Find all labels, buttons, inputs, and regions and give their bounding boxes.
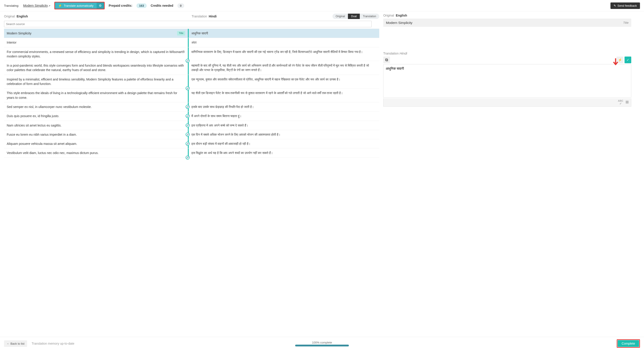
- view-dual-tab[interactable]: Dual: [348, 14, 360, 19]
- target-text: एक दिन में सबसे अधिक भोजन करने के लिए आप…: [188, 130, 379, 139]
- prepaid-credits-label: Prepaid credits:: [109, 4, 132, 7]
- target-text: इस दौरान बड़ी संख्या में वाहनों की आवाजा…: [188, 139, 379, 148]
- bolt-icon: ⚡: [58, 4, 62, 7]
- credits-needed-value: 0: [177, 3, 184, 8]
- source-text: Inspired by a minimalist, efficient and …: [7, 77, 185, 86]
- segment-row[interactable]: Aliquam posuere vehicula massa sit amet …: [4, 139, 379, 148]
- link-icon[interactable]: 🔗: [186, 105, 190, 109]
- source-text: Modern Simplicity: [7, 31, 175, 35]
- segment-row[interactable]: In a post-pandemic world, this style con…: [4, 61, 379, 75]
- segment-row[interactable]: Interiorअंदर: [4, 38, 379, 47]
- prepaid-credits-value: 163: [136, 3, 147, 8]
- link-icon[interactable]: 🔗: [186, 142, 190, 146]
- target-text: इसके बाद उसके साथ छेड़छाड़ की स्थिति पैद…: [188, 102, 379, 111]
- translate-auto-button[interactable]: ⚡ Translate automatically: [55, 2, 96, 9]
- send-feedback-label: Send feedback: [618, 4, 637, 7]
- translate-auto-label: Translate automatically: [64, 4, 94, 7]
- gear-icon: ⚙: [99, 4, 102, 7]
- segment-row[interactable]: This style embraces the ideals of living…: [4, 88, 379, 102]
- link-icon[interactable]: 🔗: [186, 86, 190, 90]
- target-text: आधुनिक सादगी: [188, 29, 379, 38]
- target-text: वाणिज्यिक वातावरण के लिए, डिजाइन में दक्…: [188, 47, 379, 61]
- spellcheck-button[interactable]: ABC✓: [618, 100, 623, 105]
- segment-row[interactable]: Inspired by a minimalist, efficient and …: [4, 75, 379, 89]
- external-link-icon: ↗: [48, 4, 50, 7]
- credits-needed-label: Credits needed: [151, 4, 173, 7]
- source-text: Duis quis posuere ex, id fringilla justo…: [7, 114, 185, 118]
- view-translation-tab[interactable]: Translation: [360, 14, 379, 19]
- source-text: Nam ultricies sit amet lectus eu sagitti…: [7, 123, 185, 128]
- source-text: This style embraces the ideals of living…: [7, 91, 185, 100]
- translation-footer-tools: ABC✓ ▦: [383, 98, 631, 107]
- pencil-icon: ✎: [614, 4, 616, 7]
- source-text: Vestibulum velit diam, luctus nec odio n…: [7, 151, 185, 155]
- source-text: Sed semper ex nisl, in ullamcorper nunc …: [7, 105, 185, 109]
- detail-pane: Original English Modern Simplicity Title…: [383, 14, 631, 337]
- main-area: Original English Translation Hindi Origi…: [0, 11, 644, 337]
- translating-label: Translating:: [4, 4, 19, 7]
- copy-source-button[interactable]: [383, 56, 390, 63]
- view-mode-toggle: Original Dual Translation: [332, 14, 379, 19]
- target-text: इस सिद्धांत का अर्थ यह है कि आप अपने शब्…: [188, 148, 379, 157]
- check-icon: ✓: [626, 58, 629, 62]
- svg-rect-0: [386, 59, 387, 60]
- title-badge: Title: [177, 31, 185, 35]
- glossary-button[interactable]: ▦: [626, 100, 629, 105]
- segment-row[interactable]: Modern SimplicityTitleआधुनिक सादगी: [4, 29, 379, 38]
- dual-pane-headers: Original English Translation Hindi Origi…: [4, 14, 379, 19]
- translation-input[interactable]: [383, 64, 631, 98]
- link-icon[interactable]: 🔗: [186, 114, 190, 118]
- title-badge: Title: [623, 21, 628, 24]
- view-original-tab[interactable]: Original: [332, 14, 348, 19]
- arrow-annotation-icon: [613, 58, 618, 66]
- segment-row[interactable]: Duis quis posuere ex, id fringilla justo…: [4, 111, 379, 121]
- link-icon[interactable]: 🔗: [186, 133, 190, 137]
- source-text: For commercial environments, a renewed s…: [7, 50, 185, 59]
- detail-original-header: Original English: [383, 14, 631, 17]
- target-text: अंदर: [188, 38, 379, 47]
- detail-original-text: Modern Simplicity Title: [383, 18, 631, 27]
- translate-settings-button[interactable]: ⚙: [96, 2, 104, 9]
- document-link[interactable]: Modern Simplicity↗: [23, 4, 50, 7]
- svg-rect-1: [386, 59, 388, 61]
- source-text: In a post-pandemic world, this style con…: [7, 63, 185, 72]
- send-feedback-button[interactable]: ✎ Send feedback: [610, 2, 640, 9]
- target-text: मैं अपने दोस्तों के साथ समय बिताना चाहता…: [188, 111, 379, 120]
- source-text: Fusce eu lorem eu nibh varius imperdiet …: [7, 132, 185, 137]
- link-icon[interactable]: 🔗: [186, 59, 190, 63]
- target-text: इस प्रक्रिया में आप अपने बच्चे को जन्म द…: [188, 121, 379, 130]
- link-icon[interactable]: 🔗: [186, 156, 190, 160]
- translation-header: Translation Hindi: [192, 14, 332, 18]
- confirm-translation-button[interactable]: ✓: [624, 56, 631, 63]
- segment-row[interactable]: Nam ultricies sit amet lectus eu sagitti…: [4, 121, 379, 130]
- segment-row[interactable]: Sed semper ex nisl, in ullamcorper nunc …: [4, 102, 379, 111]
- detail-translation-header: Translation Hindi: [383, 51, 631, 55]
- bolt-icon: ⚡: [618, 58, 622, 62]
- link-icon[interactable]: 🔗: [186, 123, 190, 127]
- source-text: Aliquam posuere vehicula massa sit amet …: [7, 141, 185, 146]
- source-text: Interior: [7, 40, 185, 45]
- segment-row[interactable]: For commercial environments, a renewed s…: [4, 47, 379, 61]
- segment-row[interactable]: Fusce eu lorem eu nibh varius imperdiet …: [4, 130, 379, 139]
- search-source-input[interactable]: [4, 21, 372, 27]
- target-text: महामारी के बाद की दुनिया में, यह शैली रू…: [188, 61, 379, 75]
- document-name: Modern Simplicity: [23, 4, 48, 7]
- dual-pane: Original English Translation Hindi Origi…: [4, 14, 379, 337]
- top-bar: Translating: Modern Simplicity↗ ⚡ Transl…: [0, 0, 644, 11]
- segment-table[interactable]: Modern SimplicityTitleआधुनिक सादगीInteri…: [4, 29, 379, 337]
- target-text: एक न्यूनतम, कुशल और कालातीत संवेदनशीलता …: [188, 75, 379, 88]
- translation-toolbar: ⚡ ✓: [383, 56, 631, 63]
- original-header: Original English: [4, 14, 192, 18]
- segment-row[interactable]: Vestibulum velit diam, luctus nec odio n…: [4, 148, 379, 158]
- target-text: यह शैली एक डिजाइन पैलेट के साथ तकनीकी रू…: [188, 88, 379, 102]
- translate-auto-group: ⚡ Translate automatically ⚙: [54, 2, 105, 9]
